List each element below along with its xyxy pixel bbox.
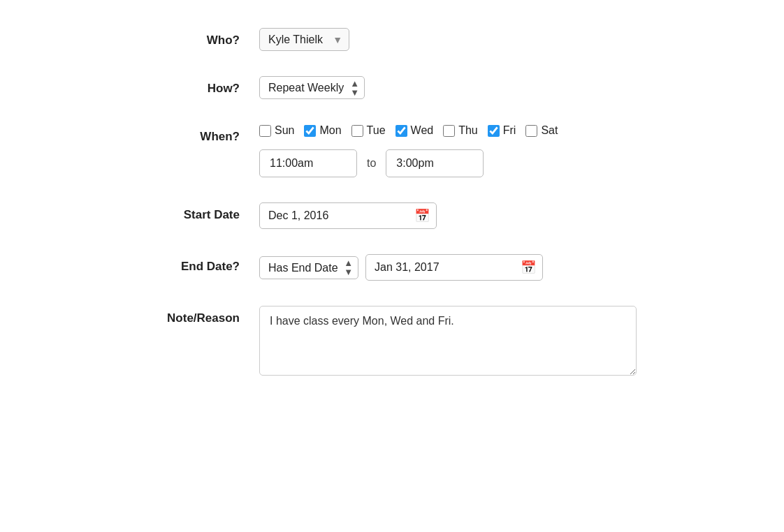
label-sat: Sat bbox=[541, 124, 558, 137]
who-select[interactable]: Kyle Thielk Other bbox=[259, 28, 349, 51]
how-control: Repeat Weekly One Time Repeat Daily ▲ ▼ bbox=[259, 76, 637, 99]
end-date-row: End Date? Has End Date No End Date ▲ ▼ 📅 bbox=[147, 254, 637, 281]
note-control: I have class every Mon, Wed and Fri. bbox=[259, 306, 637, 378]
who-row: Who? Kyle Thielk Other ▼ bbox=[147, 28, 637, 51]
how-select-wrapper: Repeat Weekly One Time Repeat Daily ▲ ▼ bbox=[259, 76, 365, 99]
start-date-label: Start Date bbox=[147, 202, 259, 222]
day-thu: Thu bbox=[443, 124, 478, 137]
start-date-wrapper: 📅 bbox=[259, 202, 437, 229]
checkbox-fri[interactable] bbox=[488, 125, 500, 137]
time-end-input[interactable] bbox=[386, 149, 484, 177]
time-start-input[interactable] bbox=[259, 149, 357, 177]
label-tue: Tue bbox=[367, 124, 386, 137]
who-control: Kyle Thielk Other ▼ bbox=[259, 28, 637, 51]
start-date-input[interactable] bbox=[259, 202, 437, 229]
label-sun: Sun bbox=[275, 124, 294, 137]
day-sat: Sat bbox=[525, 124, 558, 137]
label-fri: Fri bbox=[503, 124, 516, 137]
end-date-input[interactable] bbox=[365, 254, 543, 281]
when-row: When? Sun Mon Tue bbox=[147, 124, 637, 177]
label-mon: Mon bbox=[319, 124, 341, 137]
end-date-control: Has End Date No End Date ▲ ▼ 📅 bbox=[259, 254, 637, 281]
note-row: Note/Reason I have class every Mon, Wed … bbox=[147, 306, 637, 378]
checkbox-wed[interactable] bbox=[395, 125, 407, 137]
day-wed: Wed bbox=[395, 124, 434, 137]
checkbox-tue[interactable] bbox=[351, 125, 363, 137]
start-date-row: Start Date 📅 bbox=[147, 202, 637, 229]
when-label: When? bbox=[147, 124, 259, 144]
how-select[interactable]: Repeat Weekly One Time Repeat Daily bbox=[259, 76, 365, 99]
days-row: Sun Mon Tue Wed bbox=[259, 124, 637, 137]
end-date-label: End Date? bbox=[147, 254, 259, 274]
time-to-label: to bbox=[367, 157, 376, 170]
start-date-control: 📅 bbox=[259, 202, 637, 229]
time-row: to bbox=[259, 149, 637, 177]
label-wed: Wed bbox=[411, 124, 434, 137]
end-date-type-wrapper: Has End Date No End Date ▲ ▼ bbox=[259, 256, 358, 279]
checkbox-sat[interactable] bbox=[525, 125, 537, 137]
when-control: Sun Mon Tue Wed bbox=[259, 124, 637, 177]
checkbox-thu[interactable] bbox=[443, 125, 455, 137]
end-date-inner-row: Has End Date No End Date ▲ ▼ 📅 bbox=[259, 254, 637, 281]
day-fri: Fri bbox=[488, 124, 516, 137]
how-row: How? Repeat Weekly One Time Repeat Daily… bbox=[147, 76, 637, 99]
who-label: Who? bbox=[147, 28, 259, 47]
note-label: Note/Reason bbox=[147, 306, 259, 325]
day-tue: Tue bbox=[351, 124, 386, 137]
form-container: Who? Kyle Thielk Other ▼ How? Repeat Wee… bbox=[147, 28, 637, 404]
label-thu: Thu bbox=[458, 124, 478, 137]
checkbox-sun[interactable] bbox=[259, 125, 271, 137]
day-mon: Mon bbox=[304, 124, 341, 137]
note-textarea[interactable]: I have class every Mon, Wed and Fri. bbox=[259, 306, 637, 376]
checkbox-mon[interactable] bbox=[304, 125, 316, 137]
who-select-wrapper: Kyle Thielk Other ▼ bbox=[259, 28, 349, 51]
end-date-wrapper: 📅 bbox=[365, 254, 543, 281]
day-sun: Sun bbox=[259, 124, 294, 137]
how-label: How? bbox=[147, 76, 259, 96]
end-date-type-select[interactable]: Has End Date No End Date bbox=[259, 256, 358, 279]
